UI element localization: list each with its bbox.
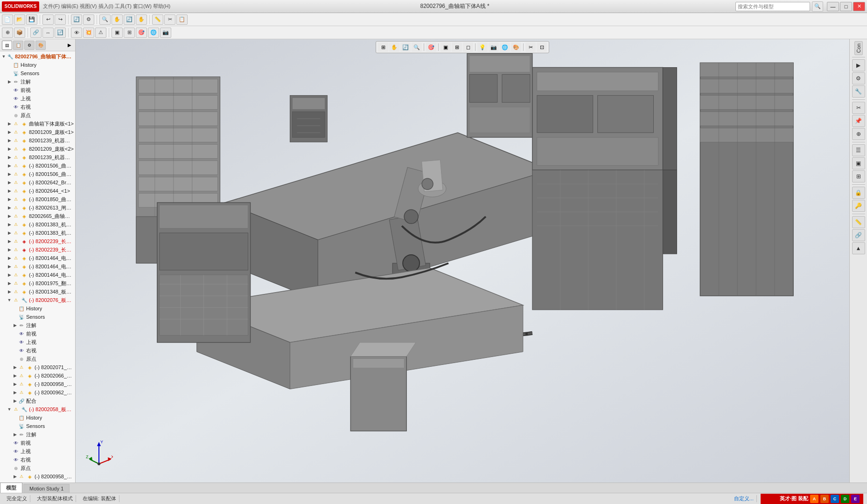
status-custom[interactable]: 自定义... [731, 495, 757, 502]
c8-expand[interactable]: ▶ [7, 180, 12, 185]
tree-item-o3[interactable]: ⊕ 原点 [0, 464, 75, 472]
rp-btn-3[interactable]: 🔧 [852, 85, 865, 98]
vp-selection[interactable]: ⊡ [537, 42, 547, 52]
assembly-view2[interactable]: ⊞ [124, 28, 135, 38]
rp-btn-2[interactable]: ⚙ [852, 72, 865, 84]
tree-item-sub1[interactable]: ▼ ⚠ 🔧 (-) 82002076_板金房间 [0, 296, 75, 304]
vp-zoom[interactable]: 🔍 [412, 42, 422, 52]
c16-expand[interactable]: ▶ [7, 247, 12, 252]
tree-item-c13[interactable]: ▶ ⚠ ◈ (-) 82001383_机器人管线 [0, 220, 75, 229]
new-assembly-button[interactable]: 📦 [14, 28, 25, 38]
rp-btn-5[interactable]: 📌 [852, 115, 865, 127]
sub1-expand[interactable]: ▼ [7, 297, 12, 303]
explode-button[interactable]: 💥 [83, 28, 94, 38]
tree-item-a3[interactable]: ▶ ✏ 注解 [0, 430, 75, 439]
select-button[interactable]: ✋ [112, 14, 123, 25]
history1-expand[interactable] [7, 62, 12, 68]
tree-item-c22[interactable]: ▶ ⚠ ◈ (-) 82002071_板金 [0, 363, 75, 371]
c11-expand[interactable]: ▶ [7, 205, 12, 210]
rp-btn-8[interactable]: ▣ [852, 157, 865, 169]
vp-display1[interactable]: ▣ [440, 42, 451, 52]
sensors1-expand[interactable] [7, 70, 12, 76]
c12-expand[interactable]: ▶ [7, 213, 12, 219]
s3-expand[interactable] [12, 423, 18, 429]
interference-button[interactable]: ⚠ [95, 28, 106, 38]
tab-model[interactable]: 模型 [0, 483, 22, 493]
minimize-button[interactable]: — [827, 2, 839, 11]
options-button[interactable]: ⚙ [83, 14, 94, 25]
c14-expand[interactable]: ▶ [7, 230, 12, 236]
c25-expand[interactable]: ▶ [12, 390, 18, 395]
tree-item-c4[interactable]: ▶ ⚠ ◈ 82001209_庞板<2> [0, 145, 75, 153]
rp-btn-6[interactable]: ⊕ [852, 128, 865, 140]
c1-expand[interactable]: ▶ [7, 121, 12, 126]
assembly-view3[interactable]: 🎯 [136, 28, 147, 38]
c23-expand[interactable]: ▶ [12, 373, 18, 378]
tree-item-c9[interactable]: ▶ ⚠ ◈ (-) 82002644_<1> [0, 187, 75, 195]
show-hide-button[interactable]: 👁 [71, 28, 82, 38]
tree-root[interactable]: ▼ 🔧 82002796_曲轴箱下体A线 [0, 52, 75, 61]
zoom-in-button[interactable]: 🔍 [99, 14, 111, 25]
new-button[interactable]: 📄 [2, 14, 13, 25]
vp-camera[interactable]: 📷 [489, 42, 499, 52]
tab-property[interactable]: 📋 [13, 41, 23, 50]
vp-display3[interactable]: ◻ [463, 42, 473, 52]
tree-item-history1[interactable]: 📋 History [0, 61, 75, 69]
vp-display2[interactable]: ⊞ [452, 42, 462, 52]
rp-btn-14[interactable]: ▲ [852, 242, 865, 254]
root-expand-icon[interactable]: ▼ [1, 54, 7, 59]
right-panel-label[interactable]: Con [854, 41, 863, 55]
h2-expand[interactable] [12, 306, 18, 311]
c17-expand[interactable]: ▶ [7, 255, 12, 261]
rp-btn-11[interactable]: 🔑 [852, 200, 865, 212]
redo-button[interactable]: ↪ [55, 14, 66, 25]
c18-expand[interactable]: ▶ [7, 264, 12, 269]
insert-component-button[interactable]: ⊕ [2, 28, 13, 38]
rotate-button[interactable]: 🔄 [124, 14, 135, 25]
vp-section[interactable]: ✂ [525, 42, 536, 52]
tree-item-c3[interactable]: ▶ ⚠ ◈ 82001239_机器人管线 [0, 136, 75, 145]
close-button[interactable]: ✕ [853, 2, 865, 11]
sub2-expand[interactable]: ▼ [7, 406, 12, 412]
tree-item-sensors1[interactable]: 📡 Sensors [0, 69, 75, 77]
tree-item-v8[interactable]: 👁 上视 [0, 447, 75, 455]
tree-item-c20[interactable]: ▶ ⚠ ◈ (-) 82001975_翻转机1<1> [0, 279, 75, 287]
vp-zoom-fit[interactable]: ⊞ [378, 42, 388, 52]
tree-item-c18[interactable]: ▶ ⚠ ◈ (-) 82001464_电主轴支架 [0, 262, 75, 271]
v4-expand[interactable] [12, 331, 18, 336]
v5-expand[interactable] [12, 339, 18, 345]
mat1-expand[interactable]: ▶ [12, 398, 18, 404]
cut-button[interactable]: ✂ [164, 14, 175, 25]
rp-btn-1[interactable]: ▶ [852, 59, 865, 71]
a2-expand[interactable]: ▶ [12, 322, 18, 328]
rotate-component-button[interactable]: 🔃 [55, 28, 66, 38]
c21-expand[interactable]: ▶ [7, 289, 12, 294]
panel-expand-button[interactable]: ▶ [66, 42, 73, 49]
c26-expand[interactable]: ▶ [12, 474, 18, 479]
tree-item-v5[interactable]: 👁 上视 [0, 338, 75, 346]
pan-button[interactable]: ✋ [136, 14, 147, 25]
open-button[interactable]: 📂 [14, 14, 25, 25]
rp-btn-4[interactable]: ✂ [852, 102, 865, 114]
v6-expand[interactable] [12, 348, 18, 353]
c24-expand[interactable]: ▶ [12, 381, 18, 387]
tree-item-c24[interactable]: ▶ ⚠ ◈ (-) 82000958_安全开 [0, 380, 75, 388]
rp-btn-7[interactable]: ☰ [852, 144, 865, 156]
o2-expand[interactable] [12, 356, 18, 362]
h3-expand[interactable] [12, 415, 18, 420]
c5-expand[interactable]: ▶ [7, 154, 12, 160]
tree-item-o2[interactable]: ⊕ 原点 [0, 355, 75, 363]
rp-btn-9[interactable]: ⊞ [852, 170, 865, 182]
rp-btn-10[interactable]: 🔒 [852, 187, 865, 199]
measure-button[interactable]: 📏 [152, 14, 163, 25]
search-input[interactable] [735, 2, 810, 11]
tree-item-c11[interactable]: ▶ ⚠ ◈ (-) 82002613_闸钟框架 [0, 203, 75, 212]
origin1-expand[interactable] [7, 112, 12, 118]
mate-button[interactable]: 🔗 [30, 28, 42, 38]
tree-item-h3[interactable]: 📋 History [0, 413, 75, 422]
tree-item-view1[interactable]: 👁 前视 [0, 86, 75, 94]
tab-feature-tree[interactable]: ▤ [2, 41, 12, 50]
c15-expand[interactable]: ▶ [7, 238, 12, 244]
tree-item-c15[interactable]: ▶ ⚠ ◈ (-) 82002239_长安面板 [0, 237, 75, 245]
tree-item-c14[interactable]: ▶ ⚠ ◈ (-) 82001383_机器人管线 [0, 229, 75, 237]
